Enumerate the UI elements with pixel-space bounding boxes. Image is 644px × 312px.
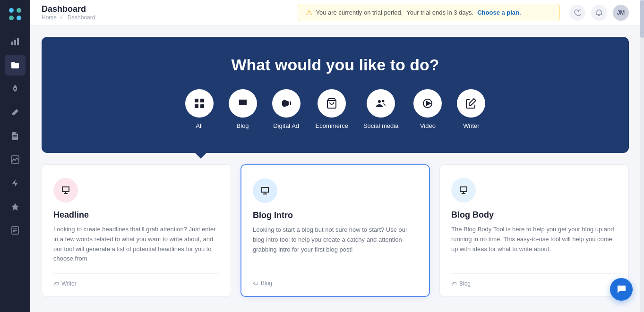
card-headline-tag: Writer: [61, 280, 77, 287]
category-video-icon: [413, 89, 442, 118]
breadcrumb-home[interactable]: Home: [42, 14, 57, 21]
sidebar-item-image-chart[interactable]: [5, 149, 26, 170]
main-area: Dashboard Home › Dashboard ⚠ You are cur…: [30, 0, 640, 312]
sidebar-item-star[interactable]: [5, 196, 26, 217]
cards-grid: Headline Looking to create headlines tha…: [42, 164, 629, 297]
hero-title: What would you like to do?: [53, 56, 618, 74]
card-blog-body-desc: The Blog Body Tool is here to help you g…: [451, 225, 617, 264]
sidebar-logo[interactable]: [6, 5, 25, 24]
category-all-label: All: [196, 122, 202, 129]
breadcrumb-current: Dashboard: [68, 14, 95, 21]
svg-marker-26: [469, 99, 476, 105]
content-area: What would you like to do? All: [30, 25, 640, 312]
sidebar-item-lightning[interactable]: [5, 173, 26, 194]
category-ecommerce-icon: [318, 89, 346, 118]
category-social-media[interactable]: Social media: [363, 89, 398, 129]
card-blog-body-title: Blog Body: [451, 210, 617, 220]
category-writer-label: Writer: [463, 122, 479, 129]
hero-banner: What would you like to do? All: [42, 37, 629, 153]
svg-point-1: [17, 8, 21, 13]
sidebar-item-file[interactable]: [5, 220, 26, 241]
svg-rect-19: [195, 104, 198, 108]
card-headline-title: Headline: [53, 210, 219, 220]
tag-icon-3: 🏷: [451, 281, 456, 287]
chat-bubble-button[interactable]: [610, 278, 633, 301]
scrollbar-thumb[interactable]: [640, 0, 644, 38]
breadcrumb: Home › Dashboard: [42, 14, 288, 21]
card-blog-intro[interactable]: Blog Intro Looking to start a blog but n…: [240, 164, 430, 297]
svg-rect-4: [11, 42, 13, 45]
svg-rect-6: [17, 38, 19, 45]
svg-rect-18: [200, 99, 204, 102]
bell-button[interactable]: [591, 5, 607, 21]
category-blog-label: Blog: [237, 122, 249, 129]
category-icons: All Blog: [53, 89, 618, 129]
svg-point-2: [9, 16, 14, 20]
tag-icon: 🏷: [53, 281, 59, 287]
header: Dashboard Home › Dashboard ⚠ You are cur…: [30, 0, 640, 25]
heart-button[interactable]: [569, 5, 585, 21]
sidebar-item-document[interactable]: [5, 126, 26, 146]
category-blog[interactable]: Blog: [229, 89, 257, 129]
category-writer-icon: [457, 89, 485, 118]
card-headline-icon-wrap: [53, 178, 78, 202]
choose-plan-link[interactable]: Choose a plan.: [477, 9, 521, 16]
category-ecommerce-label: Ecommerce: [316, 122, 348, 129]
svg-point-3: [17, 16, 21, 20]
breadcrumb-sep: ›: [60, 14, 62, 21]
category-social-media-icon: [367, 89, 395, 118]
svg-point-7: [14, 88, 16, 90]
category-blog-icon: [229, 89, 257, 118]
trial-text2: Your trial ends in 3 days.: [406, 9, 473, 16]
sidebar-item-chart[interactable]: [5, 31, 26, 52]
svg-marker-11: [12, 179, 18, 187]
svg-point-22: [378, 100, 381, 103]
card-blog-intro-icon-wrap: [253, 178, 277, 203]
category-video[interactable]: Video: [413, 89, 442, 129]
header-actions: JM: [569, 5, 629, 21]
category-writer[interactable]: Writer: [457, 89, 485, 129]
svg-marker-25: [427, 101, 430, 105]
sidebar-item-folder[interactable]: [5, 55, 26, 76]
svg-rect-5: [14, 40, 16, 45]
category-video-label: Video: [420, 122, 436, 129]
card-headline-footer: 🏷 Writer: [53, 273, 219, 287]
card-blog-body[interactable]: Blog Body The Blog Body Tool is here to …: [439, 164, 629, 297]
card-blog-intro-desc: Looking to start a blog but not sure how…: [253, 225, 418, 263]
svg-rect-17: [195, 99, 198, 102]
sidebar-item-edit[interactable]: [5, 102, 26, 123]
svg-rect-20: [200, 104, 204, 108]
category-all[interactable]: All: [185, 89, 214, 129]
card-headline-desc: Looking to create headlines that'll grab…: [53, 225, 219, 264]
scrollbar-track[interactable]: [640, 0, 644, 312]
avatar[interactable]: JM: [613, 5, 629, 21]
category-social-media-label: Social media: [363, 122, 398, 129]
trial-banner: ⚠ You are currently on trial period. You…: [298, 4, 560, 21]
svg-marker-12: [11, 203, 19, 211]
page-title: Dashboard: [42, 4, 288, 14]
card-blog-body-icon-wrap: [451, 178, 476, 202]
header-left: Dashboard Home › Dashboard: [42, 4, 288, 21]
card-blog-body-footer: 🏷 Blog: [451, 273, 617, 287]
trial-text1: You are currently on trial period.: [316, 9, 403, 16]
sidebar-item-rocket[interactable]: [5, 78, 26, 99]
card-blog-body-tag: Blog: [459, 280, 471, 287]
card-blog-intro-tag: Blog: [261, 280, 272, 287]
card-headline[interactable]: Headline Looking to create headlines tha…: [42, 164, 231, 297]
sidebar: [0, 0, 30, 312]
warning-icon: ⚠: [306, 8, 312, 17]
category-all-icon: [185, 89, 214, 118]
card-blog-intro-title: Blog Intro: [253, 211, 418, 220]
category-ecommerce[interactable]: Ecommerce: [316, 89, 348, 129]
hero-arrow: [194, 152, 207, 159]
category-digital-ad-label: Digital Ad: [273, 122, 299, 129]
category-digital-ad-icon: [272, 89, 301, 118]
tag-icon-2: 🏷: [253, 280, 258, 286]
svg-point-23: [382, 100, 385, 102]
card-blog-intro-footer: 🏷 Blog: [253, 273, 418, 287]
category-digital-ad[interactable]: Digital Ad: [272, 89, 301, 129]
svg-point-0: [9, 8, 14, 13]
